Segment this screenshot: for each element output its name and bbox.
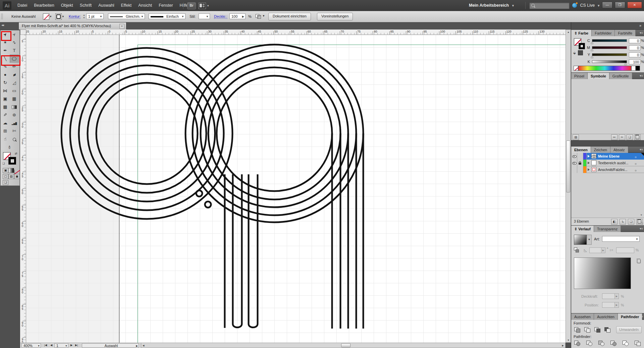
arrange-documents-icon[interactable] bbox=[199, 3, 206, 9]
type-tool[interactable]: T bbox=[10, 47, 19, 55]
ellipse-tool[interactable]: ◯ bbox=[10, 55, 19, 63]
tab-ausrichten[interactable]: Ausrichten bbox=[594, 313, 618, 320]
menu-item-effekt[interactable]: Effekt bbox=[117, 0, 135, 11]
channel-slider-y[interactable] bbox=[592, 53, 627, 56]
scroll-right-icon[interactable]: ▶ bbox=[562, 344, 564, 347]
panel-menu-icon[interactable]: ▾≡ bbox=[640, 31, 643, 35]
horizontal-scroll-thumb[interactable] bbox=[341, 343, 351, 347]
column-graph-tool[interactable]: ▂▅█ bbox=[10, 119, 19, 127]
brush-definition-select[interactable]: Einfach▼ bbox=[149, 13, 185, 19]
mesh-tool[interactable]: ▩ bbox=[1, 103, 10, 111]
scroll-down-icon[interactable]: ▼ bbox=[640, 214, 643, 217]
pathfinder-divide-button[interactable] bbox=[574, 340, 582, 346]
document-tab[interactable]: Flyer mit Retro-Schrift.ai* bei 400 % (C… bbox=[18, 22, 126, 30]
shape-builder-tool[interactable]: ▣ bbox=[1, 95, 10, 103]
disclosure-triangle-icon[interactable] bbox=[588, 168, 590, 171]
eyedropper-tool[interactable]: ✎ bbox=[1, 111, 10, 119]
preferences-button[interactable]: Voreinstellungen bbox=[317, 13, 353, 20]
layer-main[interactable]: Anschnitt/Falzlini...○ bbox=[587, 166, 644, 173]
menu-item-ansicht[interactable]: Ansicht bbox=[135, 0, 155, 11]
kontur-link[interactable]: Kontur: bbox=[69, 14, 80, 19]
slice-tool[interactable]: ✄ bbox=[10, 127, 19, 135]
layer-row[interactable]: Meine Ebene○ bbox=[571, 153, 644, 160]
document-setup-button[interactable]: Dokument einrichten bbox=[268, 13, 311, 20]
perspective-grid-tool[interactable]: ▦ bbox=[10, 95, 19, 103]
zoom-level-select[interactable]: 400%▼ bbox=[21, 343, 41, 348]
tab-transparenz[interactable]: Transparenz bbox=[594, 226, 621, 232]
pathfinder-trim-button[interactable] bbox=[586, 340, 594, 346]
ruler-corner[interactable] bbox=[20, 30, 26, 35]
spectrum-none-swatch[interactable] bbox=[574, 66, 578, 71]
horizontal-scrollbar[interactable]: ◀ ▶ bbox=[141, 343, 566, 348]
eraser-tool[interactable]: ▰ bbox=[10, 71, 19, 79]
tab-aussehen[interactable]: Aussehen bbox=[571, 313, 594, 320]
slider-thumb-icon[interactable] bbox=[591, 42, 593, 44]
target-circle-icon[interactable]: ○ bbox=[635, 167, 637, 174]
close-button[interactable]: ✕ bbox=[627, 2, 642, 8]
gradient-type-select[interactable]: ▼ bbox=[602, 236, 640, 242]
stroke-swatch-icon[interactable] bbox=[579, 43, 585, 49]
swap-fill-stroke-icon[interactable]: ⇄ bbox=[15, 152, 17, 155]
scroll-up-icon[interactable]: ▲ bbox=[640, 154, 643, 157]
visibility-toggle[interactable] bbox=[571, 153, 577, 160]
slider-thumb-icon[interactable] bbox=[591, 49, 593, 51]
vertical-scroll-thumb[interactable] bbox=[566, 140, 570, 192]
out-of-gamut-cube-icon[interactable]: ⬙ bbox=[573, 51, 576, 55]
arrange-documents-caret-icon[interactable]: ▾ bbox=[207, 4, 209, 7]
shape-mode-unite-button[interactable] bbox=[574, 327, 582, 333]
menu-item-objekt[interactable]: Objekt bbox=[58, 0, 76, 11]
tab-pinsel[interactable]: Pinsel bbox=[571, 73, 588, 79]
delete-icon[interactable] bbox=[634, 134, 641, 140]
gradient-tool[interactable] bbox=[10, 103, 19, 111]
delete-gradient-stop-icon[interactable] bbox=[637, 259, 641, 263]
last-page-icon[interactable]: ▶| bbox=[75, 344, 78, 347]
paintbrush-tool[interactable]: ✎ bbox=[1, 63, 10, 71]
restore-button[interactable]: ❐ bbox=[615, 2, 625, 8]
shape-mode-intersect-button[interactable] bbox=[594, 327, 602, 333]
first-page-icon[interactable]: |◀ bbox=[44, 344, 47, 347]
horizontal-ruler[interactable]: 2520151050510152025303540455055606570758… bbox=[26, 30, 566, 35]
visibility-toggle[interactable] bbox=[571, 166, 577, 173]
menu-item-auswahl[interactable]: Auswahl bbox=[95, 0, 117, 11]
stroke-color-widget[interactable]: ▼ bbox=[55, 13, 65, 20]
symbol-sprayer-tool[interactable]: ☁ bbox=[1, 119, 10, 127]
collapse-tools-icon[interactable]: ◂◂ bbox=[1, 23, 3, 27]
channel-slider-m[interactable] bbox=[592, 46, 627, 49]
lasso-tool[interactable]: ∿ bbox=[10, 39, 19, 47]
default-fill-stroke-icon[interactable]: ❏ bbox=[2, 162, 5, 165]
blend-tool[interactable]: ⊚ bbox=[10, 111, 19, 119]
shape-mode-exclude-button[interactable] bbox=[604, 327, 612, 333]
width-profile-select[interactable]: Gleichm.▼ bbox=[108, 13, 145, 19]
slider-thumb-icon[interactable] bbox=[624, 63, 627, 65]
tab-pathfinder[interactable]: Pathfinder bbox=[618, 313, 642, 320]
vertical-scrollbar[interactable]: ▲ ▼ bbox=[566, 30, 571, 343]
break-link-icon[interactable]: ✂ bbox=[619, 134, 625, 140]
menu-item-datei[interactable]: Datei bbox=[14, 0, 31, 11]
opacity-mask-icon[interactable] bbox=[256, 14, 261, 18]
layer-name[interactable]: Textbereich ausbl... bbox=[598, 160, 628, 166]
canvas[interactable] bbox=[26, 35, 566, 343]
pathfinder-merge-button[interactable] bbox=[598, 340, 606, 346]
collapse-panels-icon[interactable]: » bbox=[639, 23, 641, 27]
gradient-button[interactable] bbox=[8, 168, 14, 173]
bridge-button[interactable]: Br bbox=[187, 2, 196, 9]
shape-mode-minus-front-button[interactable] bbox=[584, 327, 592, 333]
chevron-down-icon[interactable]: ▼ bbox=[262, 14, 265, 17]
lock-toggle[interactable] bbox=[577, 153, 583, 160]
close-tab-icon[interactable]: × bbox=[119, 24, 124, 29]
prev-page-icon[interactable]: ◀ bbox=[50, 344, 52, 347]
color-button[interactable]: ▣ bbox=[3, 168, 8, 173]
menu-item-fenster[interactable]: Fenster bbox=[155, 0, 176, 11]
pencil-tool[interactable]: ✏ bbox=[10, 63, 19, 71]
search-input[interactable] bbox=[529, 2, 570, 9]
new-layer-button[interactable]: ❏ bbox=[628, 219, 634, 225]
spectrum-black-swatch[interactable] bbox=[636, 66, 640, 71]
gamut-color-chip[interactable] bbox=[578, 50, 583, 55]
layer-row[interactable]: Anschnitt/Falzlini...○ bbox=[571, 166, 644, 173]
gradient-swatch-caret-icon[interactable]: ▼ bbox=[587, 235, 592, 245]
tab-ebenen[interactable]: Ebenen bbox=[571, 147, 591, 153]
scroll-down-icon[interactable]: ▼ bbox=[567, 339, 570, 341]
blob-brush-tool[interactable]: ● bbox=[1, 71, 10, 79]
draw-normal-button[interactable]: ▢ bbox=[3, 174, 8, 179]
status-mode-select[interactable]: Auswahl▶ bbox=[82, 343, 139, 348]
